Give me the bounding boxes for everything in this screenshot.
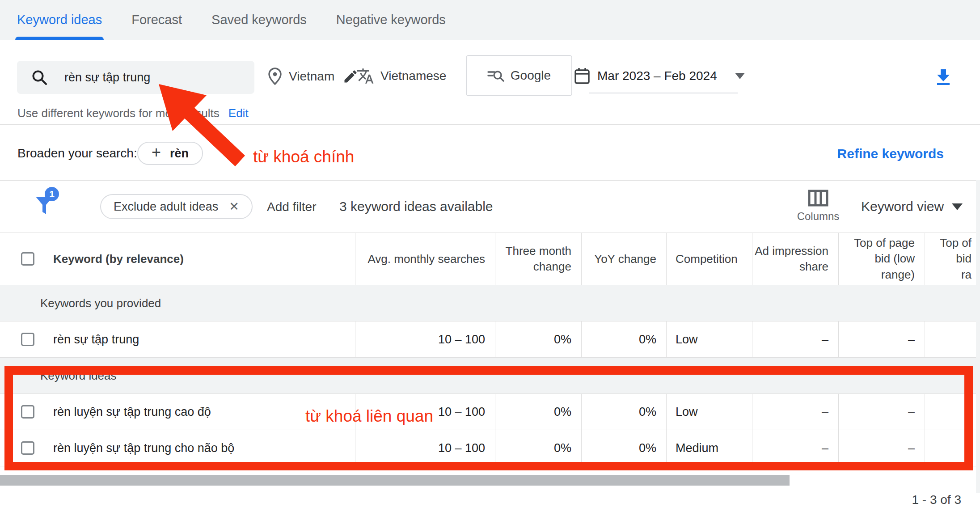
date-range-value: Mar 2023 – Feb 2024 [597,69,717,83]
column-header-label: Top of page bid (low range) [839,235,915,282]
annotation-primary-keyword: từ khoá chính [253,148,354,166]
keyword-view-label: Keyword view [861,199,944,214]
tab-keyword-ideas[interactable]: Keyword ideas [17,0,102,40]
keyword-ideas-count: 3 keyword ideas available [339,199,493,214]
top-low-cell: – [838,321,925,357]
top-high-cell [925,430,976,466]
column-header-three-month[interactable]: Three month change [495,233,581,285]
column-header-label: Top of bid ra [940,235,972,282]
close-icon[interactable]: ✕ [229,199,239,214]
tab-negative-keywords[interactable]: Negative keywords [336,0,446,40]
columns-icon [795,190,841,207]
avg-searches-cell: 10 – 100 [355,321,495,357]
divider [0,180,980,181]
filter-chip-label: Exclude adult ideas [114,200,218,214]
top-low-cell: – [838,394,925,430]
chevron-down-icon [735,73,745,79]
divider [0,124,980,125]
column-header-label: Competition [676,252,738,266]
keyword-cell: rèn sự tập trung [53,333,139,347]
column-header-ad-share[interactable]: Ad impression share [752,233,838,285]
exclude-adult-ideas-chip[interactable]: Exclude adult ideas ✕ [100,194,253,219]
keyword-search-input[interactable]: rèn sự tập trung [17,61,254,94]
search-network-icon [487,68,504,83]
vertical-scrollbar-gutter [976,180,980,493]
column-header-top-low[interactable]: Top of page bid (low range) [838,233,925,285]
language-value: Vietnamese [380,69,446,83]
keyword-view-dropdown[interactable]: Keyword view [861,199,963,214]
three-month-cell: 0% [495,321,581,357]
search-value: rèn sự tập trung [64,71,150,85]
horizontal-scrollbar-thumb[interactable] [0,475,790,486]
competition-cell: Low [666,321,752,357]
pagination-status: 1 - 3 of 3 [912,493,961,507]
add-filter-button[interactable]: Add filter [267,200,317,214]
table-row[interactable]: rèn luyện sự tập trung cao độ 10 – 100 0… [0,394,976,430]
chevron-down-icon [952,203,963,210]
broaden-search-label: Broaden your search: [17,146,137,161]
competition-cell: Low [666,394,752,430]
edit-keywords-link[interactable]: Edit [228,106,249,120]
yoy-cell: 0% [581,394,666,430]
broaden-chip-label: rèn [170,147,189,161]
keyword-cell: rèn luyện sự tập trung cho não bộ [53,441,234,455]
filter-funnel-button[interactable]: 1 [34,190,62,217]
tab-bar: Keyword ideas Forecast Saved keywords Ne… [0,0,980,40]
table-header-row: Keyword (by relevance) Avg. monthly sear… [0,233,976,285]
avg-searches-cell: 10 – 100 [355,394,495,430]
competition-cell: Medium [666,430,752,466]
row-checkbox[interactable] [21,441,34,455]
column-header-label: Ad impression share [752,243,828,275]
columns-button[interactable]: Columns [795,190,841,223]
language-control[interactable]: Vietnamese [356,67,446,85]
hint-text: Use different keywords for more results [17,106,220,120]
tab-label: Saved keywords [211,13,307,27]
column-header-keyword[interactable]: Keyword (by relevance) [0,233,355,285]
broaden-keyword-chip[interactable]: + rèn [137,142,203,165]
yoy-cell: 0% [581,430,666,466]
select-all-checkbox[interactable] [21,252,34,266]
plus-icon: + [152,144,161,161]
filter-count-badge: 1 [45,187,59,201]
yoy-cell: 0% [581,321,666,357]
tab-label: Forecast [131,13,182,27]
three-month-cell: 0% [495,430,581,466]
column-header-avg-searches[interactable]: Avg. monthly searches [355,233,495,285]
ad-share-cell: – [752,394,838,430]
tab-saved-keywords[interactable]: Saved keywords [211,0,307,40]
download-button[interactable] [933,66,954,88]
top-high-cell [925,321,976,357]
tab-label: Negative keywords [336,13,446,27]
keyword-planner-page: Keyword ideas Forecast Saved keywords Ne… [0,0,980,516]
location-value: Vietnam [289,69,334,84]
top-low-cell: – [838,430,925,466]
date-range-control[interactable]: Mar 2023 – Feb 2024 [574,67,745,85]
column-header-label: Three month change [495,243,571,275]
top-high-cell [925,394,976,430]
network-selector[interactable]: Google [466,55,572,96]
keyword-cell: rèn luyện sự tập trung cao độ [53,405,211,419]
keywords-table: Keyword (by relevance) Avg. monthly sear… [0,233,976,466]
row-checkbox[interactable] [21,333,34,346]
table-row[interactable]: rèn luyện sự tập trung cho não bộ 10 – 1… [0,430,976,466]
section-title: Keywords you provided [40,296,161,310]
column-header-top-high[interactable]: Top of bid ra [925,233,976,285]
refine-keywords-link[interactable]: Refine keywords [837,146,944,161]
table-row[interactable]: rèn sự tập trung 10 – 100 0% 0% Low – – [0,321,976,358]
location-control[interactable]: Vietnam [267,67,359,86]
columns-label: Columns [795,210,841,223]
active-tab-underline [15,37,104,40]
tab-forecast[interactable]: Forecast [131,0,182,40]
section-header-keyword-ideas: Keyword ideas [0,358,976,394]
column-header-label: Avg. monthly searches [368,252,485,266]
tab-label: Keyword ideas [17,13,102,27]
location-pin-icon [267,67,283,86]
row-checkbox[interactable] [21,405,34,419]
column-header-label: YoY change [594,252,656,266]
column-header-yoy[interactable]: YoY change [581,233,666,285]
translate-icon [356,67,374,85]
three-month-cell: 0% [495,394,581,430]
section-header-keywords-you-provided: Keywords you provided [0,285,976,321]
column-header-competition[interactable]: Competition [666,233,752,285]
column-header-label: Keyword (by relevance) [53,252,184,266]
